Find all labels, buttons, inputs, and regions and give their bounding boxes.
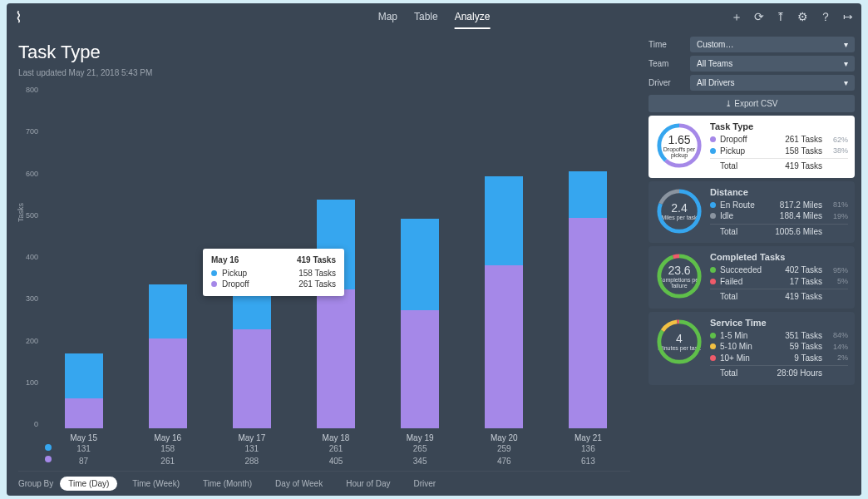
row-value: 188.4 Miles (780, 210, 822, 222)
group-day-of-week[interactable]: Day of Week (267, 477, 331, 491)
row-value: 28:09 Hours (777, 368, 822, 379)
card-task-type: 1.65 Dropoffs per pickup Task Type Dropo… (649, 116, 855, 178)
bar-column[interactable] (546, 82, 630, 428)
chevron-down-icon: ▾ (844, 59, 848, 68)
value-rows: 131158131261265259136 872612884053454766… (42, 442, 630, 467)
page-title: Task Type (18, 38, 630, 68)
main-panel: Task Type Last updated May 21, 2018 5:43… (7, 32, 642, 496)
row-pct: 14% (826, 342, 848, 352)
download-icon: ⤓ (725, 99, 732, 108)
top-actions: ＋ ⟳ ⤒ ⚙ ？ ↦ (731, 10, 853, 25)
row-label: Dropoff (720, 134, 760, 146)
export-csv-button[interactable]: ⤓ Export CSV (649, 95, 855, 112)
dropoff-dot-icon (710, 136, 716, 142)
bucket3-dot-icon (710, 355, 716, 361)
row-pct: 38% (826, 146, 848, 156)
card-service-time: 4 Minutes per task Service Time 1-5 Min3… (649, 312, 855, 385)
table-cell: 259 (462, 442, 546, 455)
top-nav: Map Table Analyze (378, 6, 491, 29)
logout-icon[interactable]: ↦ (843, 10, 853, 25)
x-tick: May 19 (378, 428, 462, 442)
bar-column[interactable] (126, 82, 210, 428)
pickup-legend-dot-icon (45, 444, 52, 451)
row-label: Pickup (720, 146, 760, 157)
row-value: 261 Tasks (785, 134, 822, 146)
chart-tooltip: May 16 419 Tasks Pickup158 Tasks Dropoff… (203, 249, 344, 296)
x-tick: May 15 (42, 428, 126, 442)
top-bar: ⌇ Map Table Analyze ＋ ⟳ ⤒ ⚙ ？ ↦ (7, 3, 861, 32)
tab-analyze[interactable]: Analyze (455, 6, 491, 29)
filter-driver-select[interactable]: All Drivers▾ (690, 75, 855, 91)
row-value: 17 Tasks (790, 276, 822, 288)
bar-column[interactable] (462, 82, 546, 428)
table-cell: 345 (378, 455, 462, 467)
row-value: 351 Tasks (785, 330, 822, 342)
table-cell: 158 (126, 442, 210, 455)
table-cell: 288 (210, 455, 293, 467)
group-driver[interactable]: Driver (406, 477, 445, 491)
filter-team-label: Team (649, 59, 683, 68)
group-time-day[interactable]: Time (Day) (60, 477, 117, 491)
ring-service: 4 Minutes per task (655, 318, 703, 366)
tab-table[interactable]: Table (414, 6, 438, 29)
filter-team-select[interactable]: All Teams▾ (690, 56, 855, 72)
row-label: 1-5 Min (720, 330, 760, 342)
card-title: Completed Tasks (710, 252, 848, 262)
dropoff-legend-dot-icon (45, 456, 52, 462)
help-icon[interactable]: ？ (820, 10, 831, 25)
row-label: 10+ Min (720, 353, 760, 364)
sidebar: TimeCustom…▾ TeamAll Teams▾ DriverAll Dr… (642, 32, 861, 496)
table-cell: 261 (126, 455, 210, 467)
dropoff-dot-icon (211, 281, 217, 287)
row-value: 419 Tasks (785, 161, 822, 172)
svg-point-4 (659, 256, 699, 296)
row-value: 419 Tasks (785, 291, 822, 303)
row-pct: 2% (826, 353, 848, 363)
plus-icon[interactable]: ＋ (731, 10, 742, 25)
table-cell: 131 (210, 442, 293, 455)
row-pct: 95% (826, 265, 848, 275)
pickup-dot-icon (710, 148, 716, 154)
chevron-down-icon: ▾ (844, 78, 848, 87)
tooltip-row-value: 261 Tasks (298, 279, 336, 289)
row-label: Total (720, 368, 760, 379)
row-pct: 62% (826, 135, 848, 145)
failed-dot-icon (710, 279, 716, 284)
row-label: En Route (720, 200, 760, 211)
table-cell: 613 (546, 455, 630, 467)
table-cell: 87 (42, 455, 126, 467)
pickup-dot-icon (211, 270, 217, 276)
x-tick: May 20 (462, 428, 546, 442)
filter-time-label: Time (649, 40, 683, 49)
last-updated: Last updated May 21, 2018 5:43 PM (18, 68, 630, 77)
x-tick: May 21 (546, 428, 630, 442)
group-time-month[interactable]: Time (Month) (195, 477, 260, 491)
bucket1-dot-icon (710, 333, 716, 338)
bar-column[interactable] (378, 82, 462, 428)
bar-column[interactable] (42, 82, 126, 428)
row-label: Total (720, 226, 760, 238)
group-hour-of-day[interactable]: Hour of Day (338, 477, 398, 491)
y-axis-label: Tasks (17, 203, 25, 222)
group-time-week[interactable]: Time (Week) (124, 477, 188, 491)
x-tick: May 16 (126, 428, 210, 442)
table-cell: 131 (42, 442, 126, 455)
filter-time-select[interactable]: Custom…▾ (690, 37, 855, 52)
refresh-icon[interactable]: ⟳ (754, 10, 764, 25)
row-label: Idle (720, 210, 760, 222)
row-value: 1005.6 Miles (775, 226, 822, 238)
row-label: 5-10 Min (720, 341, 760, 353)
upload-icon[interactable]: ⤒ (776, 10, 786, 25)
group-by-row: Group By Time (Day) Time (Week) Time (Mo… (18, 471, 630, 496)
ring-completed: 23.6 Completions per failure (655, 252, 703, 300)
table-cell: 265 (378, 442, 462, 455)
row-label: Total (720, 161, 760, 172)
row-label: Total (720, 291, 760, 303)
row-label: Failed (720, 276, 760, 288)
row-pct: 19% (826, 211, 848, 221)
gear-icon[interactable]: ⚙ (797, 10, 808, 25)
card-title: Distance (710, 187, 848, 197)
tooltip-title: May 16 (211, 255, 239, 264)
tab-map[interactable]: Map (378, 6, 397, 29)
row-pct: 84% (826, 330, 848, 340)
